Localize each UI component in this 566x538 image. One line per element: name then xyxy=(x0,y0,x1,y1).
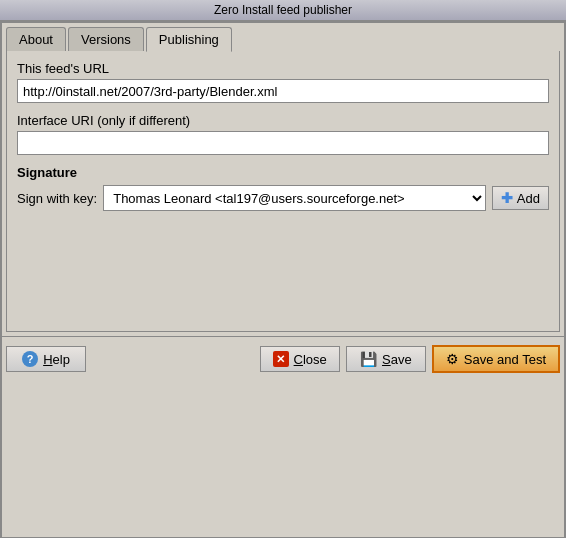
help-icon: ? xyxy=(22,351,38,367)
save-button[interactable]: 💾 Save xyxy=(346,346,426,372)
help-button[interactable]: ? Help xyxy=(6,346,86,372)
feed-url-label: This feed's URL xyxy=(17,61,549,76)
feed-url-group: This feed's URL xyxy=(17,61,549,103)
publishing-panel: This feed's URL Interface URI (only if d… xyxy=(17,61,549,321)
tab-publishing[interactable]: Publishing xyxy=(146,27,232,52)
close-icon: ✕ xyxy=(273,351,289,367)
tab-content: This feed's URL Interface URI (only if d… xyxy=(6,51,560,332)
sign-with-key-label: Sign with key: xyxy=(17,191,97,206)
tab-versions[interactable]: Versions xyxy=(68,27,144,51)
save-test-icon: ⚙ xyxy=(446,351,459,367)
feed-url-input[interactable] xyxy=(17,79,549,103)
tab-bar: About Versions Publishing xyxy=(2,23,564,51)
add-key-plus-icon: ✚ xyxy=(501,190,513,206)
sign-key-select[interactable]: Thomas Leonard <tal197@users.sourceforge… xyxy=(103,185,486,211)
title-bar-text: Zero Install feed publisher xyxy=(214,3,352,17)
signature-section: Signature Sign with key: Thomas Leonard … xyxy=(17,165,549,211)
close-button[interactable]: ✕ Close xyxy=(260,346,340,372)
tab-about[interactable]: About xyxy=(6,27,66,51)
main-window: About Versions Publishing This feed's UR… xyxy=(0,21,566,538)
sign-row: Sign with key: Thomas Leonard <tal197@us… xyxy=(17,185,549,211)
signature-label: Signature xyxy=(17,165,549,180)
add-key-button[interactable]: ✚ Add xyxy=(492,186,549,210)
save-icon: 💾 xyxy=(360,351,377,367)
save-label: Save xyxy=(382,352,412,367)
interface-uri-group: Interface URI (only if different) xyxy=(17,113,549,155)
save-and-test-button[interactable]: ⚙ Save and Test xyxy=(432,345,560,373)
button-row: ? Help ✕ Close 💾 Save ⚙ Save and Test xyxy=(2,336,564,381)
save-and-test-label: Save and Test xyxy=(464,352,546,367)
help-label: Help xyxy=(43,352,70,367)
close-label: Close xyxy=(294,352,327,367)
title-bar: Zero Install feed publisher xyxy=(0,0,566,21)
interface-uri-input[interactable] xyxy=(17,131,549,155)
interface-uri-label: Interface URI (only if different) xyxy=(17,113,549,128)
add-key-label: Add xyxy=(517,191,540,206)
